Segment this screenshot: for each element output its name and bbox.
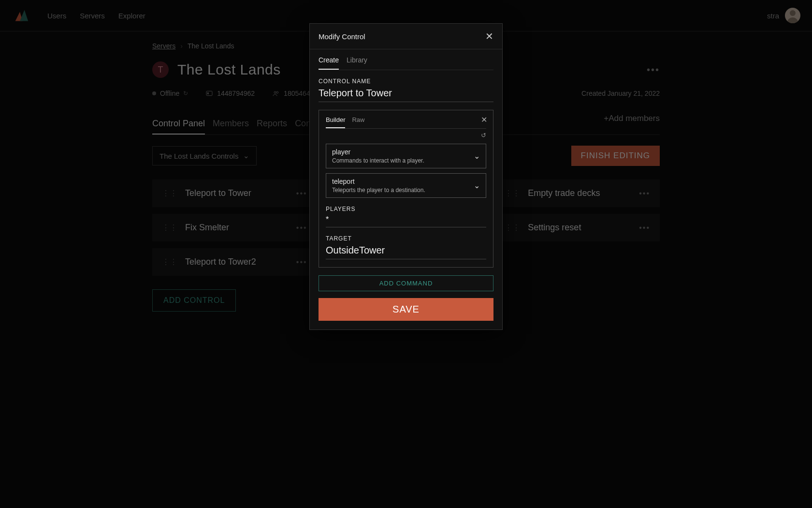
builder-tab-raw[interactable]: Raw [352, 116, 364, 128]
modify-control-modal: Modify Control ✕ Create Library CONTROL … [309, 23, 503, 330]
modal-title: Modify Control [319, 32, 365, 41]
target-input[interactable] [326, 242, 486, 259]
modal-tab-create[interactable]: Create [319, 51, 339, 70]
command-select-teleport[interactable]: teleport Teleports the player to a desti… [326, 173, 486, 198]
modal-tab-library[interactable]: Library [347, 51, 367, 70]
builder-tab-builder[interactable]: Builder [326, 116, 345, 128]
builder-close-icon[interactable]: ✕ [481, 115, 487, 124]
save-button[interactable]: SAVE [319, 298, 493, 321]
command-select-player[interactable]: player Commands to interact with a playe… [326, 144, 486, 168]
control-name-input[interactable] [319, 85, 493, 102]
players-input[interactable] [326, 212, 486, 227]
control-name-label: CONTROL NAME [319, 78, 493, 85]
command-name: player [332, 148, 424, 156]
chevron-down-icon: ⌄ [474, 181, 480, 190]
close-icon[interactable]: ✕ [485, 30, 493, 42]
command-name: teleport [332, 178, 425, 185]
command-desc: Commands to interact with a player. [332, 157, 424, 164]
builder-box: ✕ Builder Raw ↺ player Commands to inter… [319, 110, 493, 268]
add-command-button[interactable]: ADD COMMAND [319, 275, 493, 291]
chevron-down-icon: ⌄ [474, 151, 480, 161]
command-desc: Teleports the player to a destination. [332, 187, 425, 194]
target-label: TARGET [326, 235, 486, 242]
undo-icon[interactable]: ↺ [326, 132, 486, 139]
players-label: PLAYERS [326, 206, 486, 212]
